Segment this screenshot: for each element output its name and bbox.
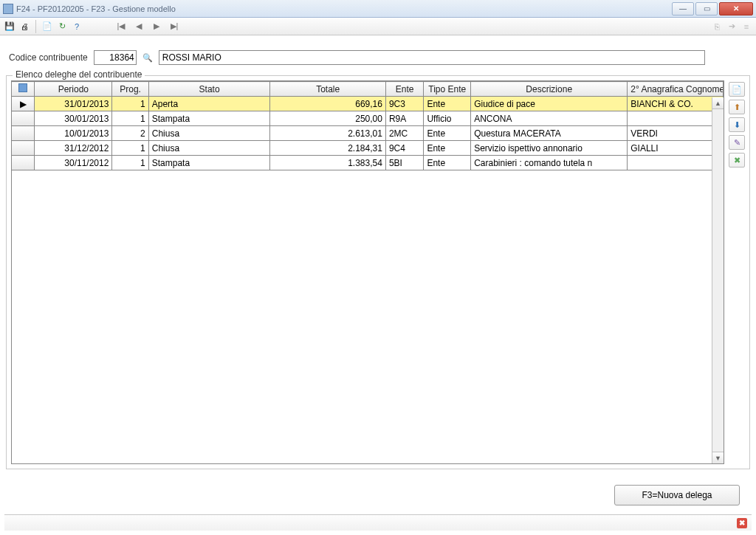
- row-selector[interactable]: [12, 156, 35, 170]
- vertical-scrollbar[interactable]: ▲ ▼: [712, 97, 724, 463]
- col-totale[interactable]: Totale: [270, 82, 385, 97]
- copy-icon[interactable]: ⎘: [710, 20, 724, 33]
- cell-prog[interactable]: 1: [112, 111, 148, 126]
- window-controls: — ▭ ✕: [672, 2, 753, 15]
- codice-label: Codice contribuente: [9, 52, 88, 63]
- first-record-icon[interactable]: |◀: [114, 20, 128, 33]
- row-selector[interactable]: [12, 126, 35, 141]
- scroll-up-icon[interactable]: ▲: [712, 97, 724, 109]
- cell-prog[interactable]: 1: [112, 97, 148, 111]
- title-bar: F24 - PF20120205 - F23 - Gestione modell…: [0, 0, 756, 18]
- cell-periodo[interactable]: 31/12/2012: [35, 141, 112, 156]
- cell-stato[interactable]: Stampata: [148, 111, 270, 126]
- row-selector[interactable]: ▶: [12, 97, 35, 111]
- side-delete-icon[interactable]: ✖: [729, 153, 745, 168]
- fieldset-legend: Elenco deleghe del contribuente: [13, 69, 145, 80]
- cell-descr[interactable]: Questura MACERATA: [471, 126, 628, 141]
- next-record-icon[interactable]: ▶: [150, 20, 163, 33]
- cell-descr[interactable]: Carabinieri : comando tutela n: [471, 156, 628, 170]
- list-icon[interactable]: ≡: [740, 20, 753, 33]
- col-anag[interactable]: 2° Anagrafica Cognome: [628, 82, 724, 97]
- cell-ente[interactable]: R9A: [385, 111, 423, 126]
- col-periodo[interactable]: Periodo: [35, 82, 112, 97]
- grid[interactable]: Periodo Prog. Stato Totale Ente Tipo Ent…: [11, 80, 724, 464]
- help-icon[interactable]: ?: [70, 20, 83, 33]
- cell-prog[interactable]: 1: [112, 141, 148, 156]
- cell-totale[interactable]: 250,00: [270, 111, 385, 126]
- col-ente[interactable]: Ente: [385, 82, 423, 97]
- table-row[interactable]: 30/11/20121Stampata1.383,545BIEnteCarabi…: [12, 156, 724, 170]
- cell-prog[interactable]: 1: [112, 156, 148, 170]
- col-prog[interactable]: Prog.: [112, 82, 148, 97]
- cell-totale[interactable]: 2.613,01: [270, 126, 385, 141]
- cell-ente[interactable]: 9C4: [385, 141, 423, 156]
- side-down-icon[interactable]: ⬇: [729, 117, 745, 132]
- close-button[interactable]: ✕: [719, 2, 753, 15]
- table-row[interactable]: 30/01/20131Stampata250,00R9AUfficioANCON…: [12, 111, 724, 126]
- nav-group: |◀ ◀ ▶ ▶|: [114, 20, 181, 33]
- toolbar: 💾 🖨 📄 ↻ ? |◀ ◀ ▶ ▶| ⎘ ➔ ≡: [0, 18, 756, 35]
- new-delega-button[interactable]: F3=Nuova delega: [614, 485, 740, 505]
- codice-input[interactable]: [94, 50, 137, 65]
- table-row[interactable]: 10/01/20132Chiusa2.613,012MCEnteQuestura…: [12, 126, 724, 141]
- toolbar-right: ⎘ ➔ ≡: [710, 20, 753, 33]
- col-tipoente[interactable]: Tipo Ente: [424, 82, 471, 97]
- cell-ente[interactable]: 2MC: [385, 126, 423, 141]
- table-row[interactable]: 31/12/20121Chiusa2.184,319C4EnteServizio…: [12, 141, 724, 156]
- row-selector[interactable]: [12, 141, 35, 156]
- row-header-icon[interactable]: [12, 82, 35, 97]
- cell-periodo[interactable]: 30/11/2012: [35, 156, 112, 170]
- prev-record-icon[interactable]: ◀: [132, 20, 145, 33]
- cell-anag[interactable]: VERDI: [628, 126, 724, 141]
- cell-anag[interactable]: GIALLI: [628, 141, 724, 156]
- cell-prog[interactable]: 2: [112, 126, 148, 141]
- cell-periodo[interactable]: 10/01/2013: [35, 126, 112, 141]
- cell-descr[interactable]: ANCONA: [471, 111, 628, 126]
- cell-anag[interactable]: [628, 156, 724, 170]
- cell-tipoente[interactable]: Ente: [424, 126, 471, 141]
- row-selector[interactable]: [12, 111, 35, 126]
- error-icon[interactable]: ✖: [737, 518, 747, 528]
- refresh-icon[interactable]: ↻: [55, 20, 69, 33]
- cell-stato[interactable]: Stampata: [148, 156, 270, 170]
- side-new-icon[interactable]: 📄: [729, 82, 745, 97]
- document-icon[interactable]: 📄: [41, 20, 54, 33]
- cell-anag[interactable]: [628, 111, 724, 126]
- print-icon[interactable]: 🖨: [18, 20, 31, 33]
- side-up-icon[interactable]: ⬆: [729, 100, 745, 114]
- side-edit-icon[interactable]: ✎: [729, 135, 745, 150]
- cell-tipoente[interactable]: Ufficio: [424, 111, 471, 126]
- toolbar-separator: [35, 20, 36, 33]
- cell-ente[interactable]: 5BI: [385, 156, 423, 170]
- content-area: Codice contribuente 🔍 Elenco deleghe del…: [4, 35, 752, 531]
- cell-totale[interactable]: 1.383,54: [270, 156, 385, 170]
- cell-tipoente[interactable]: Ente: [424, 141, 471, 156]
- cell-totale[interactable]: 669,16: [270, 97, 385, 111]
- col-stato[interactable]: Stato: [148, 82, 270, 97]
- minimize-button[interactable]: —: [672, 2, 694, 15]
- forward-icon[interactable]: ➔: [725, 20, 738, 33]
- cell-descr[interactable]: Servizio ispettivo annonario: [471, 141, 628, 156]
- deleghe-table[interactable]: Periodo Prog. Stato Totale Ente Tipo Ent…: [12, 81, 724, 170]
- cell-periodo[interactable]: 30/01/2013: [35, 111, 112, 126]
- cell-tipoente[interactable]: Ente: [424, 156, 471, 170]
- cell-ente[interactable]: 9C3: [385, 97, 423, 111]
- save-icon[interactable]: 💾: [3, 20, 16, 33]
- cell-periodo[interactable]: 31/01/2013: [35, 97, 112, 111]
- scroll-down-icon[interactable]: ▼: [712, 452, 724, 463]
- cell-stato[interactable]: Chiusa: [148, 141, 270, 156]
- cell-descr[interactable]: Giudice di pace: [471, 97, 628, 111]
- name-input[interactable]: [159, 50, 705, 65]
- deleghe-fieldset: Elenco deleghe del contribuente Periodo …: [6, 75, 750, 469]
- cell-stato[interactable]: Chiusa: [148, 126, 270, 141]
- col-descr[interactable]: Descrizione: [471, 82, 628, 97]
- last-record-icon[interactable]: ▶|: [168, 20, 181, 33]
- maximize-button[interactable]: ▭: [695, 2, 718, 15]
- cell-anag[interactable]: BIANCHI & CO.: [628, 97, 724, 111]
- cell-stato[interactable]: Aperta: [148, 97, 270, 111]
- cell-tipoente[interactable]: Ente: [424, 97, 471, 111]
- grid-area: Periodo Prog. Stato Totale Ente Tipo Ent…: [11, 80, 745, 464]
- table-row[interactable]: ▶31/01/20131Aperta669,169C3EnteGiudice d…: [12, 97, 724, 111]
- lookup-icon[interactable]: 🔍: [142, 52, 153, 63]
- cell-totale[interactable]: 2.184,31: [270, 141, 385, 156]
